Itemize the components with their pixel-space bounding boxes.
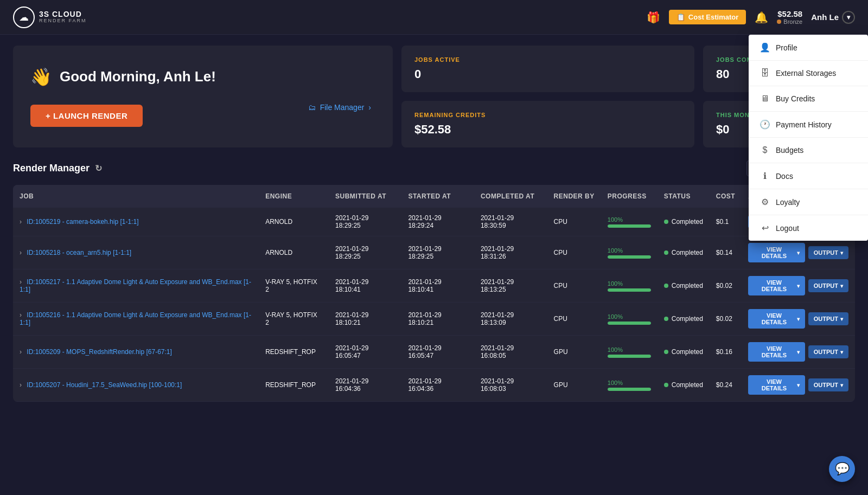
cell-job-5: › ID:1005207 - Houdini_17.5_SeaWeed.hip … [13, 369, 259, 402]
cell-submitted-4: 2021-01-29 16:05:47 [329, 336, 401, 369]
output-button-3[interactable]: OUTPUT ▾ [808, 312, 848, 325]
dropdown-item-buy-credits[interactable]: 🖥 Buy Credits [749, 86, 868, 112]
expand-button-4[interactable]: › [20, 348, 22, 356]
progress-container-2: 100% [608, 280, 651, 292]
job-link-5[interactable]: ID:1005207 - Houdini_17.5_SeaWeed.hip [1… [27, 381, 182, 389]
cell-submitted-2: 2021-01-29 18:10:41 [329, 269, 401, 303]
cell-render-by-5: GPU [547, 369, 601, 402]
cell-action-2: VIEW DETAILS ▾ OUTPUT ▾ [742, 269, 855, 303]
action-cell-5: VIEW DETAILS ▾ OUTPUT ▾ [748, 375, 848, 395]
view-details-button-1[interactable]: VIEW DETAILS ▾ [748, 243, 805, 262]
notification-button[interactable]: 🔔 [755, 11, 768, 24]
table-row: › ID:1005218 - ocean_arn5.hip [1-1:1] AR… [13, 236, 855, 269]
info-icon: ℹ [760, 171, 770, 181]
welcome-card: 👋 Good Morning, Anh Le! + LAUNCH RENDER … [13, 46, 393, 147]
cell-status-0: Completed [658, 208, 710, 236]
expand-button-3[interactable]: › [20, 311, 22, 319]
cell-job-0: › ID:1005219 - camera-bokeh.hip [1-1:1] [13, 208, 259, 236]
view-details-chevron-5: ▾ [797, 382, 800, 388]
view-details-button-3[interactable]: VIEW DETAILS ▾ [748, 309, 805, 329]
dropdown-item-external-storages[interactable]: 🗄 External Storages [749, 61, 868, 86]
dropdown-label-docs: Docs [776, 172, 793, 181]
job-link-1[interactable]: ID:1005218 - ocean_arn5.hip [1-1:1] [27, 249, 131, 256]
output-button-4[interactable]: OUTPUT ▾ [808, 345, 848, 358]
job-link-2[interactable]: ID:1005217 - 1.1 Adaptive Dome Light & A… [20, 278, 251, 293]
action-cell-1: VIEW DETAILS ▾ OUTPUT ▾ [748, 243, 848, 262]
chat-button[interactable]: 💬 [829, 456, 855, 482]
dropdown-item-docs[interactable]: ℹ Docs [749, 163, 868, 189]
expand-button-2[interactable]: › [20, 278, 22, 286]
status-text-4: Completed [672, 348, 703, 356]
chat-icon: 💬 [835, 462, 850, 476]
user-name: Anh Le [811, 12, 839, 22]
expand-button-5[interactable]: › [20, 381, 22, 389]
progress-fill-1 [608, 255, 651, 259]
refresh-icon[interactable]: ↻ [95, 163, 102, 173]
action-cell-2: VIEW DETAILS ▾ OUTPUT ▾ [748, 276, 848, 295]
dropdown-item-budgets[interactable]: $ Budgets [749, 138, 868, 163]
job-link-4[interactable]: ID:1005209 - MOPS_RedshiftRender.hip [67… [27, 348, 172, 356]
status-text-5: Completed [672, 381, 703, 389]
status-badge-2: Completed [664, 282, 703, 290]
status-badge-3: Completed [664, 315, 703, 323]
cell-completed-2: 2021-01-29 18:13:25 [474, 269, 547, 303]
cell-status-2: Completed [658, 269, 710, 303]
status-text-0: Completed [672, 218, 703, 226]
cost-estimator-button[interactable]: 📋 Cost Estimator [669, 10, 746, 24]
progress-bar-1 [608, 255, 651, 259]
cell-engine-5: REDSHIFT_ROP [259, 369, 329, 402]
logo-top: 3S CLOUD [39, 10, 87, 18]
cell-completed-0: 2021-01-29 18:30:59 [474, 208, 547, 236]
logo: ☁ 3S CLOUD RENDER FARM [13, 7, 87, 28]
header: ☁ 3S CLOUD RENDER FARM 🎁 📋 Cost Estimato… [0, 0, 868, 35]
progress-label-1: 100% [608, 247, 651, 254]
view-details-button-5[interactable]: VIEW DETAILS ▾ [748, 375, 805, 395]
jobs-active-label: JOBS ACTIVE [414, 56, 681, 63]
expand-button-0[interactable]: › [20, 218, 22, 226]
launch-render-button[interactable]: + LAUNCH RENDER [30, 105, 143, 127]
progress-fill-2 [608, 288, 651, 292]
output-button-1[interactable]: OUTPUT ▾ [808, 246, 848, 259]
job-link-0[interactable]: ID:1005219 - camera-bokeh.hip [1-1:1] [27, 218, 138, 226]
file-manager-arrow: › [368, 103, 371, 112]
view-details-button-2[interactable]: VIEW DETAILS ▾ [748, 276, 805, 295]
dropdown-label-profile: Profile [776, 43, 797, 52]
tier-dot [777, 20, 781, 24]
output-button-5[interactable]: OUTPUT ▾ [808, 378, 848, 391]
file-manager-link[interactable]: 🗂 File Manager › [304, 99, 375, 116]
storage-icon: 🗄 [760, 68, 770, 78]
progress-fill-5 [608, 388, 651, 391]
cell-progress-0: 100% [601, 208, 658, 236]
render-manager-label: Render Manager [13, 163, 90, 174]
dropdown-item-payment-history[interactable]: 🕐 Payment History [749, 112, 868, 138]
greeting-text: Good Morning, Anh Le! [60, 68, 216, 85]
output-chevron-2: ▾ [840, 283, 843, 289]
col-render-by: RENDER BY [547, 185, 601, 208]
person-icon: 👤 [760, 42, 770, 53]
user-menu-button[interactable]: Anh Le ▾ [811, 11, 855, 24]
output-button-2[interactable]: OUTPUT ▾ [808, 279, 848, 292]
cell-engine-2: V-RAY 5, HOTFIX 2 [259, 269, 329, 303]
dropdown-item-loyalty[interactable]: ⚙ Loyalty [749, 189, 868, 215]
job-link-3[interactable]: ID:1005216 - 1.1 Adaptive Dome Light & A… [20, 311, 251, 326]
cell-action-1: VIEW DETAILS ▾ OUTPUT ▾ [742, 236, 855, 269]
dropdown-item-profile[interactable]: 👤 Profile [749, 35, 868, 61]
col-job: JOB [13, 185, 259, 208]
gift-button[interactable]: 🎁 [647, 11, 660, 24]
cell-engine-3: V-RAY 5, HOTFIX 2 [259, 303, 329, 336]
expand-button-1[interactable]: › [20, 249, 22, 256]
progress-label-4: 100% [608, 346, 651, 353]
cell-started-1: 2021-01-29 18:29:25 [401, 236, 474, 269]
cell-cost-0: $0.1 [710, 208, 742, 236]
dropdown-item-logout[interactable]: ↩ Logout [749, 215, 868, 241]
balance-area: $52.58 Bronze [777, 9, 802, 25]
cell-progress-3: 100% [601, 303, 658, 336]
output-chevron-4: ▾ [840, 349, 843, 355]
remaining-credits-value: $52.58 [414, 123, 681, 137]
col-started: STARTED AT [401, 185, 474, 208]
status-badge-5: Completed [664, 381, 703, 389]
cell-status-5: Completed [658, 369, 710, 402]
cell-engine-0: ARNOLD [259, 208, 329, 236]
cell-started-2: 2021-01-29 18:10:41 [401, 269, 474, 303]
view-details-button-4[interactable]: VIEW DETAILS ▾ [748, 342, 805, 362]
